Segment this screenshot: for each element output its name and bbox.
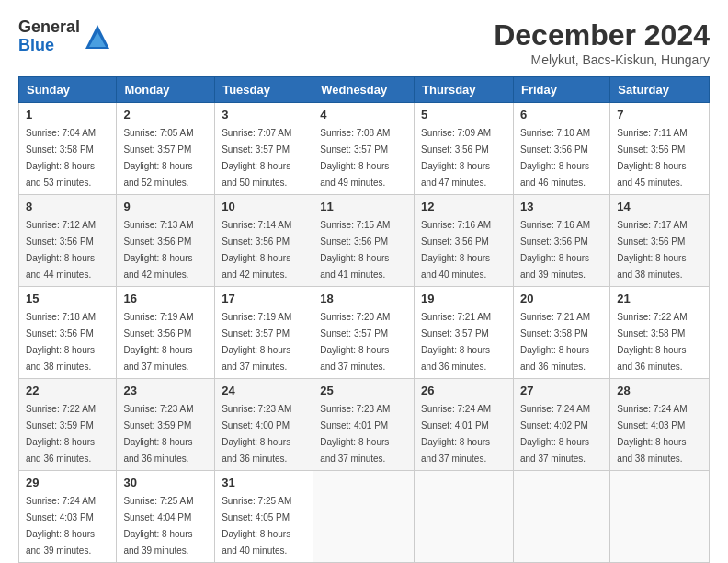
calendar-cell: 5 Sunrise: 7:09 AMSunset: 3:56 PMDayligh…	[415, 103, 514, 195]
day-number: 6	[520, 108, 603, 121]
day-number: 30	[123, 476, 208, 489]
calendar-cell: 7 Sunrise: 7:11 AMSunset: 3:56 PMDayligh…	[610, 103, 710, 195]
day-number: 17	[222, 292, 306, 305]
day-number: 19	[421, 292, 506, 305]
logo: General Blue	[18, 18, 111, 55]
calendar-cell: 14 Sunrise: 7:17 AMSunset: 3:56 PMDaylig…	[610, 195, 710, 287]
day-info: Sunrise: 7:23 AMSunset: 4:01 PMDaylight:…	[320, 404, 390, 464]
calendar-week-4: 22 Sunrise: 7:22 AMSunset: 3:59 PMDaylig…	[19, 379, 710, 471]
day-number: 12	[421, 200, 506, 213]
day-number: 22	[26, 384, 109, 397]
calendar-cell: 15 Sunrise: 7:18 AMSunset: 3:56 PMDaylig…	[19, 287, 117, 379]
calendar-cell: 2 Sunrise: 7:05 AMSunset: 3:57 PMDayligh…	[117, 103, 215, 195]
calendar-cell	[313, 471, 415, 563]
day-number: 26	[421, 384, 506, 397]
calendar-header-saturday: Saturday	[610, 77, 710, 103]
day-number: 21	[617, 292, 702, 305]
day-info: Sunrise: 7:12 AMSunset: 3:56 PMDaylight:…	[26, 220, 96, 280]
day-info: Sunrise: 7:24 AMSunset: 4:02 PMDaylight:…	[520, 404, 590, 464]
day-number: 25	[320, 384, 407, 397]
day-info: Sunrise: 7:24 AMSunset: 4:03 PMDaylight:…	[617, 404, 687, 464]
day-info: Sunrise: 7:25 AMSunset: 4:05 PMDaylight:…	[222, 496, 291, 556]
calendar-week-5: 29 Sunrise: 7:24 AMSunset: 4:03 PMDaylig…	[19, 471, 710, 563]
day-info: Sunrise: 7:10 AMSunset: 3:56 PMDaylight:…	[520, 128, 590, 188]
day-info: Sunrise: 7:13 AMSunset: 3:56 PMDaylight:…	[123, 220, 193, 280]
day-number: 29	[26, 476, 109, 489]
day-number: 8	[26, 200, 109, 213]
day-number: 23	[123, 384, 208, 397]
day-info: Sunrise: 7:22 AMSunset: 3:58 PMDaylight:…	[617, 312, 687, 372]
day-number: 13	[520, 200, 603, 213]
day-number: 15	[26, 292, 109, 305]
day-info: Sunrise: 7:23 AMSunset: 4:00 PMDaylight:…	[222, 404, 291, 464]
day-info: Sunrise: 7:20 AMSunset: 3:57 PMDaylight:…	[320, 312, 390, 372]
calendar-cell	[610, 471, 710, 563]
day-info: Sunrise: 7:21 AMSunset: 3:58 PMDaylight:…	[520, 312, 590, 372]
day-info: Sunrise: 7:17 AMSunset: 3:56 PMDaylight:…	[617, 220, 687, 280]
day-info: Sunrise: 7:16 AMSunset: 3:56 PMDaylight:…	[520, 220, 590, 280]
calendar-cell: 21 Sunrise: 7:22 AMSunset: 3:58 PMDaylig…	[610, 287, 710, 379]
day-number: 14	[617, 200, 702, 213]
day-info: Sunrise: 7:19 AMSunset: 3:57 PMDaylight:…	[222, 312, 291, 372]
calendar-cell	[513, 471, 609, 563]
month-title: December 2024	[494, 18, 710, 52]
calendar-cell: 17 Sunrise: 7:19 AMSunset: 3:57 PMDaylig…	[215, 287, 313, 379]
day-number: 7	[617, 108, 702, 121]
calendar-cell: 1 Sunrise: 7:04 AMSunset: 3:58 PMDayligh…	[19, 103, 117, 195]
calendar-table: SundayMondayTuesdayWednesdayThursdayFrid…	[18, 76, 710, 563]
calendar-cell: 11 Sunrise: 7:15 AMSunset: 3:56 PMDaylig…	[313, 195, 415, 287]
day-number: 1	[26, 108, 109, 121]
calendar-week-3: 15 Sunrise: 7:18 AMSunset: 3:56 PMDaylig…	[19, 287, 710, 379]
day-number: 11	[320, 200, 407, 213]
day-number: 24	[222, 384, 306, 397]
day-number: 27	[520, 384, 603, 397]
logo-blue: Blue	[18, 37, 80, 55]
calendar-cell: 3 Sunrise: 7:07 AMSunset: 3:57 PMDayligh…	[215, 103, 313, 195]
calendar-cell: 31 Sunrise: 7:25 AMSunset: 4:05 PMDaylig…	[215, 471, 313, 563]
calendar-cell: 23 Sunrise: 7:23 AMSunset: 3:59 PMDaylig…	[117, 379, 215, 471]
day-info: Sunrise: 7:07 AMSunset: 3:57 PMDaylight:…	[222, 128, 291, 188]
calendar-cell: 25 Sunrise: 7:23 AMSunset: 4:01 PMDaylig…	[313, 379, 415, 471]
calendar-cell: 19 Sunrise: 7:21 AMSunset: 3:57 PMDaylig…	[415, 287, 514, 379]
calendar-cell: 24 Sunrise: 7:23 AMSunset: 4:00 PMDaylig…	[215, 379, 313, 471]
day-info: Sunrise: 7:23 AMSunset: 3:59 PMDaylight:…	[123, 404, 193, 464]
day-info: Sunrise: 7:05 AMSunset: 3:57 PMDaylight:…	[123, 128, 193, 188]
day-number: 9	[123, 200, 208, 213]
logo-general: General	[18, 18, 80, 37]
calendar-header-monday: Monday	[117, 77, 215, 103]
calendar-cell: 12 Sunrise: 7:16 AMSunset: 3:56 PMDaylig…	[415, 195, 514, 287]
calendar-cell: 26 Sunrise: 7:24 AMSunset: 4:01 PMDaylig…	[415, 379, 514, 471]
day-info: Sunrise: 7:25 AMSunset: 4:04 PMDaylight:…	[123, 496, 193, 556]
calendar-week-1: 1 Sunrise: 7:04 AMSunset: 3:58 PMDayligh…	[19, 103, 710, 195]
logo-icon	[84, 23, 111, 51]
day-info: Sunrise: 7:04 AMSunset: 3:58 PMDaylight:…	[26, 128, 96, 188]
day-info: Sunrise: 7:08 AMSunset: 3:57 PMDaylight:…	[320, 128, 390, 188]
calendar-week-2: 8 Sunrise: 7:12 AMSunset: 3:56 PMDayligh…	[19, 195, 710, 287]
calendar-cell: 4 Sunrise: 7:08 AMSunset: 3:57 PMDayligh…	[313, 103, 415, 195]
location: Melykut, Bacs-Kiskun, Hungary	[494, 52, 710, 67]
day-number: 20	[520, 292, 603, 305]
day-number: 2	[123, 108, 208, 121]
day-number: 4	[320, 108, 407, 121]
day-info: Sunrise: 7:24 AMSunset: 4:03 PMDaylight:…	[26, 496, 96, 556]
calendar-cell: 27 Sunrise: 7:24 AMSunset: 4:02 PMDaylig…	[513, 379, 609, 471]
day-info: Sunrise: 7:18 AMSunset: 3:56 PMDaylight:…	[26, 312, 96, 372]
day-number: 16	[123, 292, 208, 305]
day-number: 28	[617, 384, 702, 397]
day-info: Sunrise: 7:15 AMSunset: 3:56 PMDaylight:…	[320, 220, 390, 280]
day-number: 5	[421, 108, 506, 121]
calendar-cell	[415, 471, 514, 563]
day-info: Sunrise: 7:16 AMSunset: 3:56 PMDaylight:…	[421, 220, 491, 280]
calendar-cell: 30 Sunrise: 7:25 AMSunset: 4:04 PMDaylig…	[117, 471, 215, 563]
calendar-cell: 18 Sunrise: 7:20 AMSunset: 3:57 PMDaylig…	[313, 287, 415, 379]
day-info: Sunrise: 7:09 AMSunset: 3:56 PMDaylight:…	[421, 128, 491, 188]
day-info: Sunrise: 7:22 AMSunset: 3:59 PMDaylight:…	[26, 404, 96, 464]
calendar-cell: 22 Sunrise: 7:22 AMSunset: 3:59 PMDaylig…	[19, 379, 117, 471]
day-info: Sunrise: 7:11 AMSunset: 3:56 PMDaylight:…	[617, 128, 687, 188]
calendar-header-wednesday: Wednesday	[313, 77, 415, 103]
calendar-cell: 29 Sunrise: 7:24 AMSunset: 4:03 PMDaylig…	[19, 471, 117, 563]
calendar-cell: 28 Sunrise: 7:24 AMSunset: 4:03 PMDaylig…	[610, 379, 710, 471]
calendar-header-friday: Friday	[513, 77, 609, 103]
day-number: 31	[222, 476, 306, 489]
calendar-cell: 6 Sunrise: 7:10 AMSunset: 3:56 PMDayligh…	[513, 103, 609, 195]
